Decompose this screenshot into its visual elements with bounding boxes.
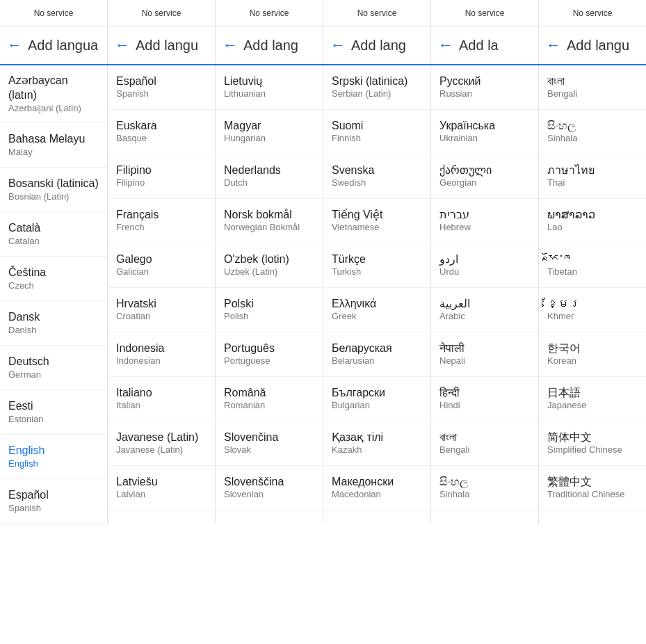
- list-item[interactable]: 日本語Japanese: [539, 377, 646, 421]
- list-item[interactable]: FrançaisFrench: [108, 199, 215, 243]
- list-item[interactable]: DanskDanish: [0, 301, 107, 346]
- list-item[interactable]: SlovenščinaSlovenian: [216, 466, 323, 510]
- header-title-1: Add langua: [28, 38, 98, 54]
- lang-name: Български: [332, 386, 422, 401]
- list-item[interactable]: Tiếng ViệtVietnamese: [323, 199, 430, 243]
- list-item[interactable]: Azərbaycan (latın)Azerbaijani (Latin): [0, 65, 107, 123]
- list-item[interactable]: CatalàCatalan: [0, 212, 107, 257]
- lang-native: Serbian (Latin): [332, 88, 422, 100]
- list-item[interactable]: TürkçeTurkish: [323, 243, 430, 288]
- language-columns: Azərbaycan (latın)Azerbaijani (Latin)Bah…: [0, 65, 646, 524]
- list-item[interactable]: हिन्दीHindi: [431, 377, 538, 421]
- lang-native: Bengali: [547, 88, 638, 100]
- list-item[interactable]: ພາສາລາວLao: [539, 199, 646, 243]
- list-item[interactable]: རྫོང་ཁTibetan: [539, 243, 646, 288]
- lang-native: Spanish: [8, 503, 99, 515]
- list-item[interactable]: Bosanski (latinica)Bosnian (Latin): [0, 168, 107, 212]
- back-button-3[interactable]: ←: [223, 36, 238, 54]
- lang-native: Korean: [547, 355, 638, 367]
- list-item[interactable]: සිංහලSinhala: [539, 110, 646, 154]
- lang-name: Русский: [439, 74, 530, 89]
- list-item[interactable]: ქართულიGeorgian: [431, 154, 538, 199]
- lang-name: বাংলা: [547, 74, 638, 89]
- list-item[interactable]: 繁體中文Traditional Chinese: [539, 466, 646, 510]
- list-item[interactable]: Srpski (latinica)Serbian (Latin): [323, 65, 430, 110]
- lang-name: Lietuvių: [224, 74, 314, 89]
- status-bar: No service No service No service No serv…: [0, 0, 646, 26]
- lang-native: Turkish: [332, 266, 422, 278]
- lang-native: Lithuanian: [224, 88, 314, 100]
- list-item[interactable]: EuskaraBasque: [108, 110, 215, 154]
- list-item[interactable]: РусскийRussian: [431, 65, 538, 110]
- lang-name: Македонски: [332, 475, 422, 490]
- list-item[interactable]: العربيةArabic: [431, 288, 538, 332]
- back-button-4[interactable]: ←: [330, 36, 346, 54]
- lang-name: Bosanski (latinica): [8, 177, 99, 191]
- list-item[interactable]: DeutschGerman: [0, 346, 107, 390]
- lang-name: Română: [224, 386, 314, 401]
- lang-name: Ελληνικά: [332, 297, 422, 312]
- list-item[interactable]: 简体中文Simplified Chinese: [539, 421, 646, 466]
- list-item[interactable]: SvenskaSwedish: [323, 154, 430, 199]
- list-item[interactable]: नेपालीNepali: [431, 332, 538, 377]
- back-button-1[interactable]: ←: [7, 36, 22, 54]
- list-item[interactable]: Javanese (Latin)Javanese (Latin): [108, 421, 215, 466]
- list-item[interactable]: اردوUrdu: [431, 243, 538, 288]
- list-item[interactable]: EspañolSpanish: [108, 65, 215, 110]
- list-item[interactable]: עבריתHebrew: [431, 199, 538, 243]
- list-item[interactable]: УкраїнськаUkrainian: [431, 110, 538, 154]
- list-item[interactable]: EnglishEnglish: [0, 435, 107, 479]
- list-item[interactable]: SuomiFinnish: [323, 110, 430, 154]
- lang-name: Latviešu: [116, 475, 207, 490]
- list-item[interactable]: GalegoGalician: [108, 243, 215, 288]
- list-item[interactable]: ខ្មែរKhmer: [539, 288, 646, 332]
- lang-native: Ukrainian: [439, 133, 530, 145]
- list-item[interactable]: 한국어Korean: [539, 332, 646, 377]
- list-item[interactable]: БългарскиBulgarian: [323, 377, 430, 421]
- back-button-6[interactable]: ←: [546, 36, 561, 54]
- list-item[interactable]: FilipinoFilipino: [108, 154, 215, 199]
- list-item[interactable]: EestiEstonian: [0, 390, 107, 435]
- list-item[interactable]: LietuviųLithuanian: [216, 65, 323, 110]
- list-item[interactable]: ČeštinaCzech: [0, 257, 107, 301]
- list-item[interactable]: RomânăRomanian: [216, 377, 323, 421]
- list-item[interactable]: LatviešuLatvian: [108, 466, 215, 510]
- lang-name: Dansk: [8, 310, 99, 325]
- list-item[interactable]: NederlandsDutch: [216, 154, 323, 199]
- list-item[interactable]: Norsk bokmålNorwegian Bokmål: [216, 199, 323, 243]
- list-item[interactable]: SlovenčinaSlovak: [216, 421, 323, 466]
- list-item[interactable]: Қазақ тіліKazakh: [323, 421, 430, 466]
- lang-name: Tiếng Việt: [332, 208, 422, 223]
- list-item[interactable]: HrvatskiCroatian: [108, 288, 215, 332]
- list-item[interactable]: বাংলাBengali: [539, 65, 646, 110]
- lang-name: English: [8, 444, 99, 458]
- lang-native: Bulgarian: [332, 400, 422, 412]
- lang-native: Spanish: [116, 88, 207, 100]
- lang-name: Nederlands: [224, 163, 314, 178]
- lang-name: Indonesia: [116, 341, 207, 356]
- back-button-2[interactable]: ←: [115, 36, 130, 54]
- lang-name: Svenska: [332, 163, 422, 178]
- lang-native: Polish: [224, 311, 314, 323]
- list-item[interactable]: MagyarHungarian: [216, 110, 323, 154]
- lang-name: עברית: [439, 208, 530, 223]
- list-item[interactable]: IndonesiaIndonesian: [108, 332, 215, 377]
- lang-native: Czech: [8, 280, 99, 292]
- list-item[interactable]: БеларускаяBelarusian: [323, 332, 430, 377]
- lang-native: Azerbaijani (Latin): [8, 103, 99, 115]
- list-item[interactable]: O'zbek (lotin)Uzbek (Latin): [216, 243, 323, 288]
- lang-name: සිංහල: [439, 475, 530, 490]
- list-item[interactable]: සිංහලSinhala: [431, 466, 538, 510]
- header-cell-6: ← Add langu: [539, 26, 646, 64]
- list-item[interactable]: PortuguêsPortuguese: [216, 332, 323, 377]
- back-button-5[interactable]: ←: [438, 36, 453, 54]
- list-item[interactable]: PolskiPolish: [216, 288, 323, 332]
- list-item[interactable]: EspañolSpanish: [0, 479, 107, 524]
- lang-native: Hebrew: [439, 222, 530, 234]
- list-item[interactable]: Bahasa MelayuMalay: [0, 123, 107, 168]
- list-item[interactable]: ItalianoItalian: [108, 377, 215, 421]
- list-item[interactable]: МакедонскиMacedonian: [323, 466, 430, 510]
- list-item[interactable]: বাংলাBengali: [431, 421, 538, 466]
- list-item[interactable]: ภาษาไทยThai: [539, 154, 646, 199]
- list-item[interactable]: ΕλληνικάGreek: [323, 288, 430, 332]
